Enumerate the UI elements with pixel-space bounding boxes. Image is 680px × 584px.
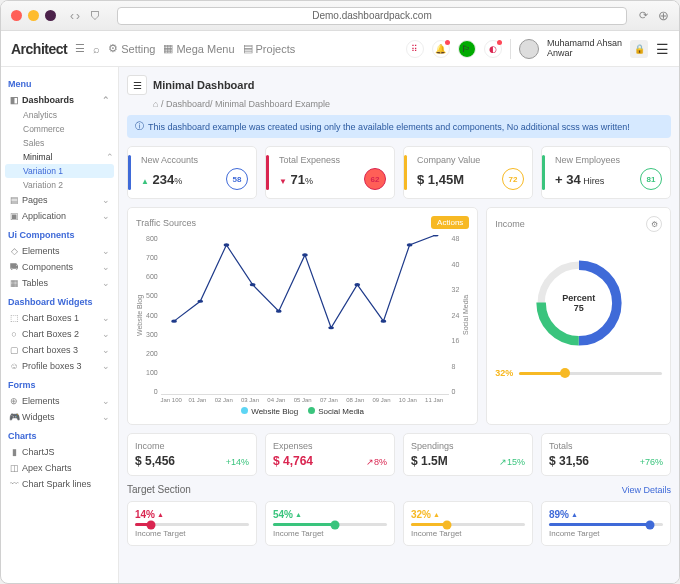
target-card: 89% ▲ Income Target [541, 501, 671, 546]
stat-card: Expenses $ 4,764 ↗8% [265, 433, 395, 476]
y-axis-left-label: Website Blog [136, 235, 143, 395]
sidebar-item-tables[interactable]: ▦Tables⌄ [5, 275, 114, 291]
sidebar-sub-minimal[interactable]: Minimal ⌃ [5, 150, 114, 164]
stat-value: $ 31,56 [549, 454, 589, 468]
sidebar-item-form-elements[interactable]: ⊕Elements⌄ [5, 393, 114, 409]
brand-logo[interactable]: Architect [11, 41, 67, 57]
target-card: 54% ▲ Income Target [265, 501, 395, 546]
flag-icon[interactable]: 🏳 [458, 40, 476, 58]
page-icon: ☰ [127, 75, 147, 95]
sidebar-item-chartjs[interactable]: ▮ChartJS [5, 444, 114, 460]
svg-point-4 [276, 310, 282, 313]
sidebar-sub-commerce[interactable]: Commerce [5, 122, 114, 136]
url-bar[interactable]: Demo.dashboardpack.com [117, 7, 627, 25]
box-icon: ⬚ [9, 313, 19, 323]
gamepad-icon: 🎮 [9, 412, 19, 422]
minimize-window-icon[interactable] [28, 10, 39, 21]
activity-icon[interactable]: ◐ [484, 40, 502, 58]
right-menu-icon[interactable]: ☰ [656, 41, 669, 57]
sidebar-item-chartboxes1[interactable]: ⬚Chart Boxes 1⌄ [5, 310, 114, 326]
metric-label: Total Expeness [274, 155, 386, 165]
stat-value: $ 5,456 [135, 454, 175, 468]
search-icon[interactable]: ⌕ [93, 43, 100, 55]
target-label: Income Target [135, 529, 249, 538]
sidebar-cat-charts: Charts [8, 431, 114, 441]
target-slider[interactable] [549, 523, 663, 526]
metric-value: + 34 Hires [555, 172, 604, 187]
sidebar-sub-sales[interactable]: Sales [5, 136, 114, 150]
close-window-icon[interactable] [11, 10, 22, 21]
sidebar-item-form-widgets[interactable]: 🎮Widgets⌄ [5, 409, 114, 425]
car-icon: ⛟ [9, 262, 19, 272]
metric-card: Total Expeness ▼ 71% 62 [265, 146, 395, 199]
stat-label: Income [135, 441, 249, 451]
metric-badge: 62 [364, 168, 386, 190]
sidebar-item-components[interactable]: ⛟Components⌄ [5, 259, 114, 275]
sidebar-item-elements[interactable]: ◇Elements⌄ [5, 243, 114, 259]
maximize-window-icon[interactable] [45, 10, 56, 21]
sidebar-item-application[interactable]: ▣Application⌄ [5, 208, 114, 224]
sidebar-sub-variation2[interactable]: Variation 2 [5, 178, 114, 192]
actions-button[interactable]: Actions [431, 216, 469, 229]
chevron-down-icon: ⌄ [102, 195, 110, 205]
sidebar-cat-ui: Ui Components [8, 230, 114, 240]
spark-icon: 〰 [9, 479, 19, 489]
grid-icon[interactable]: ⠿ [406, 40, 424, 58]
new-tab-icon[interactable]: ⊕ [658, 8, 669, 23]
sidebar-item-spark[interactable]: 〰Chart Spark lines [5, 476, 114, 492]
target-slider[interactable] [135, 523, 249, 526]
app-topbar: Architect ☰ ⌕ ⚙ Setting ▦ Mega Menu ▤ Pr… [1, 31, 679, 67]
back-icon[interactable]: ‹ [70, 9, 74, 23]
notification-icon[interactable]: 🔔 [432, 40, 450, 58]
shield-icon[interactable]: ⛉ [90, 10, 101, 22]
mega-menu-link[interactable]: ▦ Mega Menu [163, 42, 234, 55]
forward-icon[interactable]: › [76, 9, 80, 23]
metric-badge: 58 [226, 168, 248, 190]
target-slider[interactable] [273, 523, 387, 526]
metric-value: ▼ 71% [279, 172, 313, 187]
svg-point-3 [249, 283, 255, 286]
pages-icon: ▤ [9, 195, 19, 205]
box-icon: ▢ [9, 345, 19, 355]
avatar[interactable] [519, 39, 539, 59]
target-percent: 89% ▲ [549, 509, 663, 520]
sidebar-item-chartboxes3[interactable]: ▢Chart boxes 3⌄ [5, 342, 114, 358]
metric-label: Company Value [412, 155, 524, 165]
target-label: Income Target [549, 529, 663, 538]
target-label: Income Target [411, 529, 525, 538]
sidebar-sub-analytics[interactable]: Analytics [5, 108, 114, 122]
home-icon[interactable]: ⌂ [153, 99, 158, 109]
target-slider[interactable] [411, 523, 525, 526]
stat-card: Spendings $ 1.5M ↗15% [403, 433, 533, 476]
sidebar-cat-forms: Forms [8, 380, 114, 390]
sidebar-item-profileboxes[interactable]: ☺Profile boxes 3⌄ [5, 358, 114, 374]
income-slider[interactable]: 32% [495, 368, 662, 378]
svg-point-2 [223, 243, 229, 246]
sidebar-item-apex[interactable]: ◫Apex Charts [5, 460, 114, 476]
chevron-down-icon: ⌄ [102, 246, 110, 256]
lock-icon[interactable]: 🔒 [630, 40, 648, 58]
view-details-link[interactable]: View Details [622, 485, 671, 495]
sidebar-item-dashboards[interactable]: ◧Dashboards⌃ [5, 92, 114, 108]
chart-legend: Website Blog Social Media [136, 407, 469, 416]
sidebar-item-chartboxes2[interactable]: ○Chart Boxes 2⌄ [5, 326, 114, 342]
browser-titlebar: ‹ › ⛉ Demo.dashboardpack.com ⟳ ⊕ [1, 1, 679, 31]
chevron-down-icon: ⌄ [102, 262, 110, 272]
dashboard-icon: ◧ [9, 95, 19, 105]
gear-icon[interactable]: ⚙ [646, 216, 662, 232]
chevron-up-icon: ⌃ [106, 152, 114, 162]
sidebar-sub-variation1[interactable]: Variation 1 [5, 164, 114, 178]
stat-change: ↗8% [366, 457, 387, 467]
projects-link[interactable]: ▤ Projects [243, 42, 296, 55]
chevron-down-icon: ⌄ [102, 313, 110, 323]
income-donut-chart: Percent75 [529, 253, 629, 353]
breadcrumb[interactable]: ⌂ / Dashboard/ Minimal Dashboard Example [153, 99, 671, 109]
svg-point-5 [302, 253, 308, 256]
refresh-icon[interactable]: ⟳ [639, 9, 648, 22]
setting-link[interactable]: ⚙ Setting [108, 42, 155, 55]
metric-label: New Employees [550, 155, 662, 165]
menu-toggle-icon[interactable]: ☰ [75, 42, 85, 55]
sidebar-item-pages[interactable]: ▤Pages⌄ [5, 192, 114, 208]
globe-icon: ⊕ [9, 396, 19, 406]
chevron-down-icon: ⌄ [102, 412, 110, 422]
